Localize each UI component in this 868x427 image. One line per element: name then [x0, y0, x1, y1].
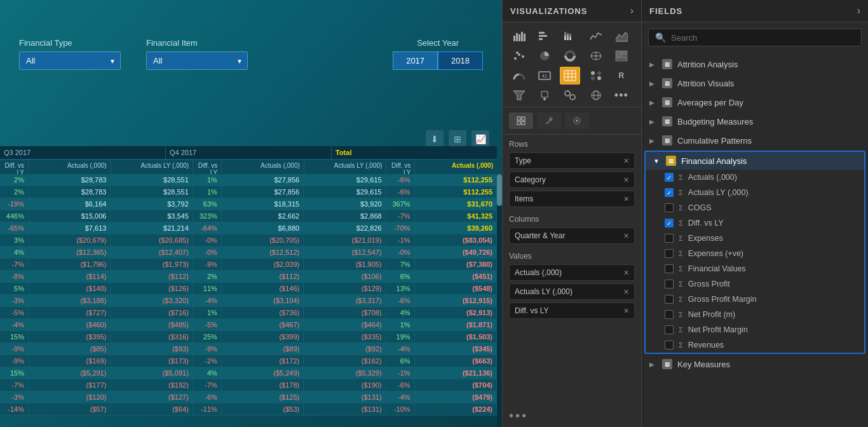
viz-icon-bar[interactable]: [509, 27, 529, 45]
viz-tab-fields[interactable]: [509, 112, 533, 129]
year-2018-button[interactable]: 2018: [438, 51, 483, 70]
viz-icon-gauge[interactable]: [509, 67, 529, 85]
viz-icon-area[interactable]: [611, 27, 632, 45]
year-2017-button[interactable]: 2017: [393, 51, 438, 70]
field-actuals-ly-000[interactable]: Σ Actuals LY (,000): [646, 185, 864, 200]
viz-icon-stacked[interactable]: [560, 27, 580, 45]
checkbox-gross-profit-margin[interactable]: [665, 295, 674, 304]
field-cogs[interactable]: Σ COGS: [646, 200, 864, 215]
financial-type-select-wrapper[interactable]: All: [19, 51, 121, 70]
checkbox-financial-values[interactable]: [665, 264, 674, 273]
viz-icon-card[interactable]: 42: [534, 67, 555, 85]
row-10-cell-5: ($3,317): [304, 295, 386, 306]
rows-category-remove[interactable]: ✕: [623, 176, 629, 184]
viz-icon-funnel[interactable]: [509, 86, 529, 104]
sigma-expenses-plus: Σ: [679, 250, 683, 257]
field-financial-values[interactable]: Σ Financial Values: [646, 261, 864, 276]
field-gross-profit-margin[interactable]: Σ Gross Profit Margin: [646, 292, 864, 307]
checkbox-revenues[interactable]: [665, 341, 674, 349]
fields-group-financial-analysis-header[interactable]: ▼ ▦ Financial Analysis: [646, 152, 864, 170]
rows-type-field[interactable]: Type ✕: [509, 152, 635, 169]
row-10-cell-0: -3%: [0, 295, 29, 306]
viz-icon-column[interactable]: [534, 27, 555, 45]
viz-icon-filter-visual[interactable]: [560, 86, 580, 104]
checkbox-expenses-plus[interactable]: [665, 249, 674, 258]
field-revenues[interactable]: Σ Revenues: [646, 337, 864, 353]
checkbox-net-profit-m[interactable]: [665, 310, 674, 319]
svg-rect-29: [621, 55, 627, 57]
row-19-cell-6: -10%: [386, 403, 415, 415]
field-net-profit-m[interactable]: Σ Net Profit (m): [646, 307, 864, 322]
viz-panel-arrow[interactable]: ›: [630, 5, 634, 17]
rows-category-field[interactable]: Category ✕: [509, 172, 635, 188]
row-0-cell-3: 1%: [193, 174, 222, 186]
expand-arrow-key-measures: ▶: [649, 361, 657, 368]
fields-group-cumulative-header[interactable]: ▶ ▦ Cumulative Patterns: [642, 132, 868, 149]
row-9-cell-7: ($548): [415, 283, 497, 294]
viz-icon-line[interactable]: [586, 27, 606, 45]
row-2-cell-1: $6,164: [29, 198, 111, 210]
viz-icon-donut[interactable]: [560, 47, 580, 65]
field-net-profit-margin[interactable]: Σ Net Profit Margin: [646, 322, 864, 337]
field-expenses-plus[interactable]: Σ Expenses (+ve): [646, 246, 864, 261]
viz-icon-treemap[interactable]: [611, 47, 632, 65]
fields-panel-arrow[interactable]: ›: [857, 5, 860, 17]
values-diff-field[interactable]: Diff. vs LY ✕: [509, 302, 635, 319]
viz-icon-matrix[interactable]: [586, 67, 606, 85]
rows-items-field[interactable]: Items ✕: [509, 191, 635, 207]
data-rows: 2%$28,783$28,5511%$27,856$29,615-6%$112,…: [0, 174, 497, 416]
data-rows-container: 2%$28,783$28,5511%$27,856$29,615-6%$112,…: [0, 174, 497, 427]
svg-point-42: [543, 98, 546, 100]
viz-icon-map[interactable]: [586, 47, 606, 65]
search-input[interactable]: [671, 33, 855, 43]
field-diff-vs-ly[interactable]: Σ Diff. vs LY: [646, 215, 864, 231]
checkbox-actuals-ly[interactable]: [665, 188, 674, 197]
fields-group-key-measures-header[interactable]: ▶ ▦ Key Measures: [642, 355, 868, 373]
values-actuals-field[interactable]: Actuals (,000) ✕: [509, 264, 635, 281]
viz-tab-analytics[interactable]: [565, 112, 589, 129]
field-actuals-000[interactable]: Σ Actuals (,000): [646, 170, 864, 185]
values-actuals-remove[interactable]: ✕: [623, 269, 629, 277]
financial-item-select-wrapper[interactable]: All: [146, 51, 248, 70]
field-expenses[interactable]: Σ Expenses: [646, 231, 864, 246]
row-16-cell-0: 15%: [0, 367, 29, 379]
viz-icon-globe[interactable]: [586, 86, 606, 104]
viz-icon-table[interactable]: [560, 67, 580, 85]
svg-rect-12: [567, 35, 569, 39]
viz-icon-scatter[interactable]: [509, 47, 529, 65]
fields-group-budgeting-header[interactable]: ▶ ▦ Budgeting Measures: [642, 112, 868, 130]
scrollbar[interactable]: [497, 174, 502, 427]
rows-items-remove[interactable]: ✕: [623, 195, 629, 203]
expand-icon[interactable]: ⊞: [449, 130, 466, 148]
viz-icon-pie[interactable]: [534, 47, 555, 65]
fields-group-attrition-analysis-header[interactable]: ▶ ▦ Attrition Analysis: [642, 55, 868, 73]
field-gross-profit[interactable]: Σ Gross Profit: [646, 276, 864, 292]
columns-quarter-remove[interactable]: ✕: [623, 232, 629, 240]
checkbox-actuals-000[interactable]: [665, 173, 674, 182]
values-diff-remove[interactable]: ✕: [623, 307, 629, 315]
financial-item-select[interactable]: All: [146, 51, 248, 70]
svg-point-39: [597, 71, 601, 75]
table-row: 2%$28,783$28,5511%$27,856$29,615-6%$112,…: [0, 186, 497, 198]
viz-tab-format[interactable]: [537, 112, 561, 129]
checkbox-expenses[interactable]: [665, 234, 674, 243]
values-actuals-ly-field[interactable]: Actuals LY (,000) ✕: [509, 283, 635, 300]
scrollbar-thumb[interactable]: [497, 174, 502, 206]
table-row: 446%$15,006$3,545323%$2,662$2,868-7%$41,…: [0, 210, 497, 222]
fields-group-averages-header[interactable]: ▶ ▦ Averages per Day: [642, 93, 868, 111]
key-measures-label: Key Measures: [677, 360, 860, 369]
checkbox-cogs[interactable]: [665, 203, 674, 212]
rows-type-remove[interactable]: ✕: [623, 157, 629, 165]
viz-icon-r-visual[interactable]: R: [611, 67, 632, 85]
viz-icon-more[interactable]: •••: [611, 86, 632, 104]
financial-type-select[interactable]: All: [19, 51, 121, 70]
download-icon[interactable]: ⬇: [426, 130, 444, 148]
chart-icon[interactable]: 📈: [471, 130, 489, 148]
checkbox-net-profit-margin[interactable]: [665, 325, 674, 334]
checkbox-gross-profit[interactable]: [665, 280, 674, 288]
checkbox-diff-vs-ly[interactable]: [665, 219, 674, 227]
values-actuals-ly-remove[interactable]: ✕: [623, 288, 629, 296]
fields-group-attrition-visuals-header[interactable]: ▶ ▦ Attrition Visuals: [642, 74, 868, 92]
viz-icon-paint[interactable]: [534, 86, 555, 104]
columns-quarter-field[interactable]: Quarter & Year ✕: [509, 227, 635, 244]
